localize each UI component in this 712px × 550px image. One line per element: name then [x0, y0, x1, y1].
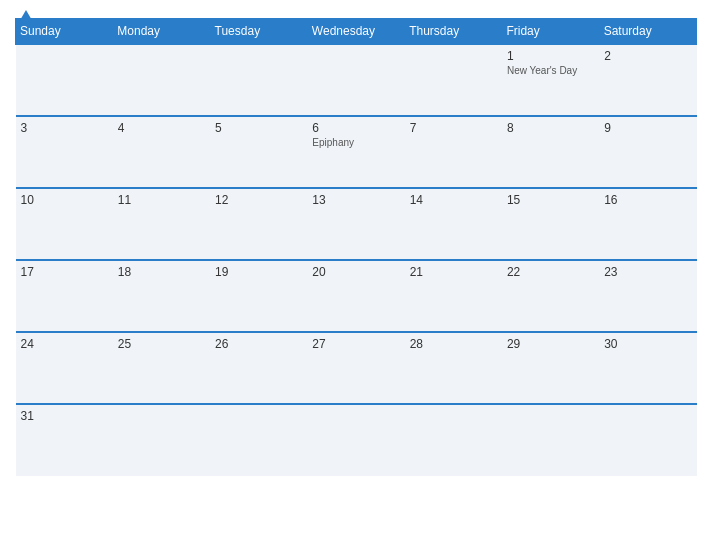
weekday-header-tuesday: Tuesday — [210, 19, 307, 45]
weekday-header-monday: Monday — [113, 19, 210, 45]
day-number: 12 — [215, 193, 302, 207]
holiday-name: New Year's Day — [507, 65, 594, 76]
calendar-cell: 7 — [405, 116, 502, 188]
calendar-cell: 13 — [307, 188, 404, 260]
calendar-cell: 14 — [405, 188, 502, 260]
logo-triangle-icon — [19, 10, 33, 22]
day-number: 17 — [21, 265, 108, 279]
calendar-cell: 24 — [16, 332, 113, 404]
calendar-cell: 27 — [307, 332, 404, 404]
weekday-header-sunday: Sunday — [16, 19, 113, 45]
calendar-cell: 22 — [502, 260, 599, 332]
calendar-cell: 3 — [16, 116, 113, 188]
week-row-5: 24252627282930 — [16, 332, 697, 404]
calendar-cell: 9 — [599, 116, 696, 188]
calendar-cell — [113, 404, 210, 476]
day-number: 25 — [118, 337, 205, 351]
day-number: 2 — [604, 49, 691, 63]
calendar-cell — [113, 44, 210, 116]
logo-blue-text — [15, 10, 33, 22]
week-row-1: 1New Year's Day2 — [16, 44, 697, 116]
day-number: 4 — [118, 121, 205, 135]
calendar-cell — [307, 404, 404, 476]
calendar-cell: 18 — [113, 260, 210, 332]
day-number: 16 — [604, 193, 691, 207]
calendar-cell: 26 — [210, 332, 307, 404]
week-row-3: 10111213141516 — [16, 188, 697, 260]
day-number: 7 — [410, 121, 497, 135]
day-number: 24 — [21, 337, 108, 351]
week-row-2: 3456Epiphany789 — [16, 116, 697, 188]
calendar-cell: 29 — [502, 332, 599, 404]
calendar-cell — [599, 404, 696, 476]
calendar-cell: 16 — [599, 188, 696, 260]
day-number: 23 — [604, 265, 691, 279]
calendar-cell: 30 — [599, 332, 696, 404]
day-number: 30 — [604, 337, 691, 351]
day-number: 18 — [118, 265, 205, 279]
calendar-cell: 4 — [113, 116, 210, 188]
calendar-cell: 1New Year's Day — [502, 44, 599, 116]
day-number: 3 — [21, 121, 108, 135]
calendar-cell: 6Epiphany — [307, 116, 404, 188]
calendar-cell: 28 — [405, 332, 502, 404]
calendar-cell — [502, 404, 599, 476]
day-number: 29 — [507, 337, 594, 351]
day-number: 28 — [410, 337, 497, 351]
calendar-cell: 8 — [502, 116, 599, 188]
calendar-cell: 17 — [16, 260, 113, 332]
weekday-header-saturday: Saturday — [599, 19, 696, 45]
calendar-cell — [405, 44, 502, 116]
day-number: 31 — [21, 409, 108, 423]
day-number: 21 — [410, 265, 497, 279]
logo — [15, 10, 33, 22]
day-number: 27 — [312, 337, 399, 351]
calendar-cell: 25 — [113, 332, 210, 404]
calendar-cell — [16, 44, 113, 116]
day-number: 22 — [507, 265, 594, 279]
day-number: 15 — [507, 193, 594, 207]
calendar-cell — [307, 44, 404, 116]
calendar-cell: 21 — [405, 260, 502, 332]
weekday-header-row: SundayMondayTuesdayWednesdayThursdayFrid… — [16, 19, 697, 45]
day-number: 6 — [312, 121, 399, 135]
day-number: 5 — [215, 121, 302, 135]
week-row-4: 17181920212223 — [16, 260, 697, 332]
day-number: 1 — [507, 49, 594, 63]
calendar-cell: 2 — [599, 44, 696, 116]
calendar-table: SundayMondayTuesdayWednesdayThursdayFrid… — [15, 18, 697, 476]
day-number: 26 — [215, 337, 302, 351]
calendar-cell: 12 — [210, 188, 307, 260]
calendar-cell — [210, 404, 307, 476]
calendar-cell: 19 — [210, 260, 307, 332]
day-number: 11 — [118, 193, 205, 207]
day-number: 10 — [21, 193, 108, 207]
calendar-cell: 10 — [16, 188, 113, 260]
calendar-cell — [210, 44, 307, 116]
calendar-cell: 31 — [16, 404, 113, 476]
calendar-cell — [405, 404, 502, 476]
day-number: 14 — [410, 193, 497, 207]
calendar-container: SundayMondayTuesdayWednesdayThursdayFrid… — [0, 0, 712, 550]
day-number: 20 — [312, 265, 399, 279]
calendar-cell: 15 — [502, 188, 599, 260]
day-number: 9 — [604, 121, 691, 135]
weekday-header-wednesday: Wednesday — [307, 19, 404, 45]
calendar-cell: 20 — [307, 260, 404, 332]
week-row-6: 31 — [16, 404, 697, 476]
day-number: 13 — [312, 193, 399, 207]
calendar-cell: 5 — [210, 116, 307, 188]
weekday-header-thursday: Thursday — [405, 19, 502, 45]
calendar-cell: 11 — [113, 188, 210, 260]
weekday-header-friday: Friday — [502, 19, 599, 45]
calendar-cell: 23 — [599, 260, 696, 332]
holiday-name: Epiphany — [312, 137, 399, 148]
day-number: 19 — [215, 265, 302, 279]
day-number: 8 — [507, 121, 594, 135]
